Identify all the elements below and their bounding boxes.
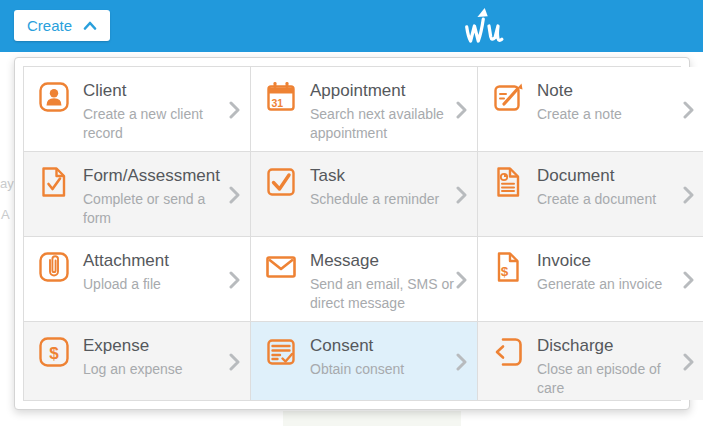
background-text-fragment: A	[1, 207, 10, 222]
create-button-label: Create	[27, 17, 72, 34]
appointment-icon: 31	[264, 80, 298, 114]
chevron-right-icon	[229, 271, 240, 293]
chevron-right-icon	[456, 186, 467, 208]
menu-item-description: Log an expense	[83, 360, 229, 379]
menu-item-title: Expense	[83, 334, 229, 357]
discharge-icon	[491, 335, 525, 369]
menu-item-title: Client	[83, 79, 229, 102]
menu-item-task[interactable]: Task Schedule a reminder	[251, 152, 478, 237]
menu-item-expense[interactable]: $ Expense Log an expense	[24, 322, 251, 400]
document-icon	[491, 165, 525, 199]
chevron-right-icon	[229, 186, 240, 208]
chevron-right-icon	[683, 353, 694, 375]
invoice-icon: $	[491, 250, 525, 284]
menu-item-description: Send an email, SMS or direct message	[310, 275, 456, 313]
menu-item-message[interactable]: Message Send an email, SMS or direct mes…	[251, 237, 478, 322]
menu-item-form-assessment[interactable]: Form/Assessment Complete or send a form	[24, 152, 251, 237]
menu-item-title: Form/Assessment	[83, 164, 229, 187]
menu-item-description: Close an episode of care	[537, 360, 683, 398]
chevron-up-icon	[83, 21, 97, 30]
svg-text:$: $	[49, 344, 59, 363]
menu-item-title: Invoice	[537, 249, 683, 272]
menu-item-title: Document	[537, 164, 683, 187]
menu-item-description: Create a document	[537, 190, 683, 209]
chevron-right-icon	[456, 271, 467, 293]
note-icon	[491, 80, 525, 114]
menu-item-title: Note	[537, 79, 683, 102]
menu-item-discharge[interactable]: Discharge Close an episode of care	[478, 322, 703, 400]
menu-item-description: Generate an invoice	[537, 275, 683, 294]
menu-item-appointment[interactable]: 31 Appointment Search next available app…	[251, 67, 478, 152]
create-dropdown-panel: Client Create a new client record 31 App…	[14, 57, 690, 410]
chevron-right-icon	[229, 353, 240, 375]
writeupp-logo	[459, 3, 507, 53]
chevron-right-icon	[683, 186, 694, 208]
menu-item-title: Consent	[310, 334, 456, 357]
menu-item-title: Attachment	[83, 249, 229, 272]
menu-item-title: Discharge	[537, 334, 683, 357]
form-icon	[37, 165, 71, 199]
menu-item-invoice[interactable]: $ Invoice Generate an invoice	[478, 237, 703, 322]
menu-item-description: Obtain consent	[310, 360, 456, 379]
menu-item-description: Upload a file	[83, 275, 229, 294]
consent-icon	[264, 335, 298, 369]
menu-item-consent[interactable]: Consent Obtain consent	[251, 322, 478, 400]
menu-item-title: Task	[310, 164, 456, 187]
menu-item-attachment[interactable]: Attachment Upload a file	[24, 237, 251, 322]
chevron-right-icon	[683, 271, 694, 293]
background-page-content	[283, 411, 461, 426]
svg-text:31: 31	[272, 97, 284, 109]
menu-item-description: Create a new client record	[83, 105, 229, 143]
menu-item-title: Appointment	[310, 79, 456, 102]
svg-text:$: $	[501, 264, 509, 279]
menu-item-description: Create a note	[537, 105, 683, 124]
chevron-right-icon	[683, 101, 694, 123]
menu-item-description: Search next available appointment	[310, 105, 456, 143]
message-icon	[264, 250, 298, 284]
chevron-right-icon	[456, 353, 467, 375]
background-text-fragment: ay	[0, 176, 14, 191]
chevron-right-icon	[229, 101, 240, 123]
menu-item-title: Message	[310, 249, 456, 272]
menu-item-description: Schedule a reminder	[310, 190, 456, 209]
attachment-icon	[37, 250, 71, 284]
menu-item-description: Complete or send a form	[83, 190, 229, 228]
create-menu-grid: Client Create a new client record 31 App…	[23, 66, 681, 401]
create-button[interactable]: Create	[14, 10, 110, 41]
menu-item-note[interactable]: Note Create a note	[478, 67, 703, 152]
chevron-right-icon	[456, 101, 467, 123]
task-icon	[264, 165, 298, 199]
menu-item-document[interactable]: Document Create a document	[478, 152, 703, 237]
expense-icon: $	[37, 335, 71, 369]
client-icon	[37, 80, 71, 114]
menu-item-client[interactable]: Client Create a new client record	[24, 67, 251, 152]
